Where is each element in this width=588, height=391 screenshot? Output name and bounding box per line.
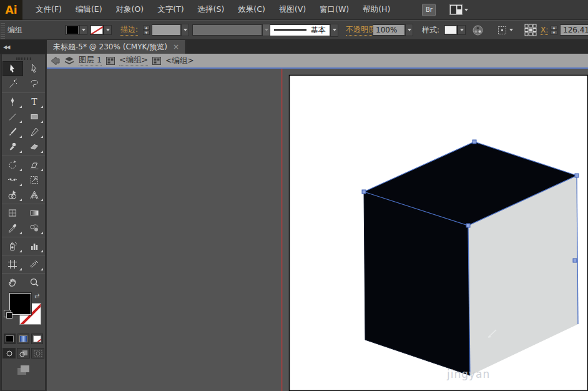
tool-scale[interactable] <box>24 157 44 172</box>
tool-type[interactable]: T <box>24 94 44 109</box>
tool-gradient[interactable] <box>24 205 44 220</box>
menu-item-0[interactable]: 文件(F) <box>29 0 69 20</box>
brush-definition-dropdown[interactable] <box>330 24 338 37</box>
paint-mode-buttons <box>2 334 45 344</box>
ai-logo: Ai <box>0 0 22 20</box>
isolate-options-dropdown[interactable] <box>509 29 513 31</box>
swap-fill-stroke-icon[interactable]: ⇄ <box>34 292 39 299</box>
back-arrow-icon[interactable] <box>51 57 60 65</box>
fill-proxy-swatch[interactable] <box>9 293 31 315</box>
tool-eyedropper[interactable] <box>2 220 23 235</box>
tool-perspective-grid[interactable] <box>24 187 44 202</box>
style-dropdown[interactable] <box>458 25 466 35</box>
tool-magic-wand[interactable] <box>2 76 23 91</box>
menu-item-2[interactable]: 对象(O) <box>109 0 151 20</box>
document-tab-title: 未标题-5* @ 230% (CMYK/预览) <box>53 42 167 52</box>
menu-item-8[interactable]: 帮助(H) <box>356 0 397 20</box>
tool-artboard[interactable] <box>2 257 23 272</box>
tool-free-transform[interactable] <box>24 172 44 187</box>
breadcrumb-layer-link[interactable]: 图层 1 <box>79 55 102 66</box>
width-profile-field[interactable] <box>192 24 262 36</box>
none-button[interactable] <box>31 334 43 344</box>
opacity-dropdown[interactable] <box>405 24 413 36</box>
stroke-weight-stepper[interactable]: ▲▼ <box>143 26 150 35</box>
watermark-text: jingyan <box>446 368 490 380</box>
fill-color-dropdown[interactable] <box>79 25 87 35</box>
tool-rectangle[interactable] <box>24 109 44 124</box>
chevron-down-icon <box>464 9 468 11</box>
breadcrumb-group1-link[interactable]: <编组> <box>119 55 148 66</box>
isolate-selected-icon[interactable] <box>497 25 507 36</box>
tab-close-icon[interactable]: × <box>173 42 179 51</box>
tool-pencil[interactable] <box>24 124 44 139</box>
tool-selection[interactable] <box>2 61 23 76</box>
tool-line-segment[interactable] <box>2 109 23 124</box>
tool-symbol-sprayer[interactable] <box>2 239 23 254</box>
group-icon <box>106 57 115 65</box>
tool-width[interactable] <box>2 172 23 187</box>
default-fill-stroke-icon[interactable] <box>4 310 11 317</box>
x-coordinate-field[interactable]: 126.41 <box>560 24 588 36</box>
draw-behind-button[interactable] <box>17 348 30 359</box>
tool-zoom[interactable] <box>24 275 44 290</box>
stroke-weight-dropdown[interactable] <box>181 24 189 36</box>
stroke-color-dropdown[interactable] <box>104 25 112 35</box>
menu-bar: Ai 文件(F)编辑(E)对象(O)文字(T)选择(S)效果(C)视图(V)窗口… <box>0 0 588 20</box>
tool-hand[interactable] <box>2 275 23 290</box>
arrange-documents-icon <box>449 4 463 15</box>
tool-blend[interactable] <box>24 220 44 235</box>
svg-text:T: T <box>31 97 37 107</box>
tool-slice[interactable] <box>24 257 44 272</box>
document-canvas[interactable]: jingyan <box>47 69 588 391</box>
control-bar: 编组 描边: ▲▼ 基本 不透明度: 100% <box>0 20 588 40</box>
control-bar-grip[interactable] <box>1 21 5 39</box>
tool-paintbrush[interactable] <box>2 124 23 139</box>
gradient-button[interactable] <box>17 334 29 344</box>
tool-pen[interactable] <box>2 94 23 109</box>
x-coordinate-label: X: <box>541 26 548 35</box>
tool-column-graph[interactable] <box>24 239 44 254</box>
recolor-artwork-icon[interactable] <box>473 25 483 36</box>
stroke-color-swatch[interactable] <box>90 25 104 35</box>
tool-separator <box>2 156 45 156</box>
stroke-panel-link[interactable]: 描边: <box>120 24 138 36</box>
menu-item-1[interactable]: 编辑(E) <box>69 0 109 20</box>
color-button[interactable] <box>4 334 16 344</box>
tool-separator <box>2 273 45 274</box>
tool-mesh[interactable] <box>2 205 23 220</box>
breadcrumb: 图层 1 <编组> <编组> <box>47 54 588 69</box>
tool-rotate[interactable] <box>2 157 23 172</box>
tool-separator <box>2 204 45 204</box>
tool-direct-selection[interactable] <box>24 61 44 76</box>
opacity-field[interactable]: 100% <box>373 24 405 36</box>
brush-name: 基本 <box>311 25 326 36</box>
tool-eraser[interactable] <box>24 139 44 154</box>
tool-grid: T <box>2 60 45 290</box>
draw-normal-button[interactable] <box>2 348 16 359</box>
toolbar-collapse-button[interactable]: ◀◀ <box>0 40 47 54</box>
style-label: 样式: <box>422 25 439 36</box>
brush-definition-field[interactable]: 基本 <box>270 24 330 36</box>
bridge-button[interactable]: Br <box>422 4 436 16</box>
tool-lasso[interactable] <box>24 76 44 91</box>
menu-item-3[interactable]: 文字(T) <box>150 0 190 20</box>
drawing-mode-buttons <box>2 348 45 359</box>
style-swatch[interactable] <box>444 25 458 35</box>
fill-stroke-control: ⇄ <box>2 292 45 331</box>
draw-inside-button[interactable] <box>31 348 44 359</box>
toolbar-grip[interactable] <box>2 54 45 60</box>
menu-item-5[interactable]: 效果(C) <box>231 0 272 20</box>
x-stepper[interactable]: ▲▼ <box>551 26 557 35</box>
menu-item-7[interactable]: 窗口(W) <box>313 0 356 20</box>
breadcrumb-group2-label: <编组> <box>165 56 194 66</box>
tool-shape-builder[interactable] <box>2 187 23 202</box>
tool-blob-brush[interactable] <box>2 139 23 154</box>
menu-item-6[interactable]: 视图(V) <box>272 0 313 20</box>
document-tab[interactable]: 未标题-5* @ 230% (CMYK/预览) × <box>47 40 186 54</box>
arrange-documents-button[interactable] <box>449 4 468 15</box>
screen-mode-button[interactable] <box>14 364 33 377</box>
stroke-weight-field[interactable] <box>152 24 181 36</box>
menu-item-4[interactable]: 选择(S) <box>191 0 232 20</box>
fill-color-swatch[interactable] <box>66 25 79 35</box>
reference-point-grid[interactable] <box>524 24 537 36</box>
